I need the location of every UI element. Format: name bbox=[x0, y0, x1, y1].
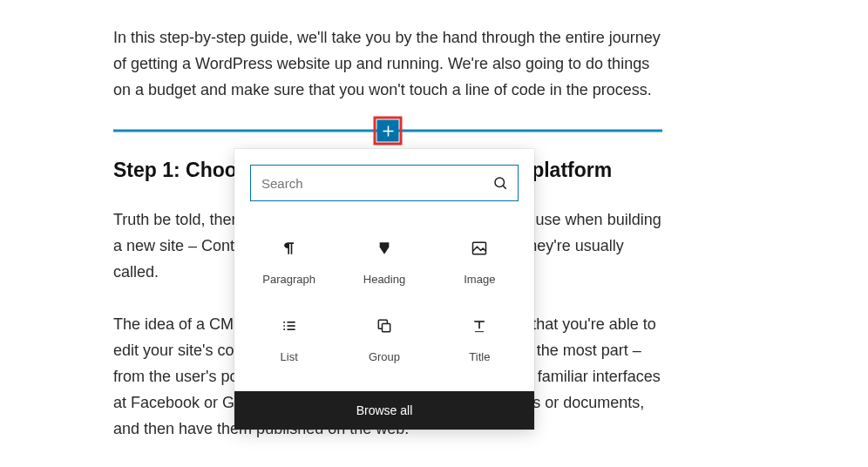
block-inserter-popover: Paragraph Heading Image List Group bbox=[234, 149, 534, 430]
block-separator bbox=[113, 129, 662, 132]
intro-paragraph: In this step-by-step guide, we'll take y… bbox=[113, 24, 662, 103]
paragraph-icon bbox=[281, 236, 298, 261]
list-icon bbox=[281, 314, 298, 338]
block-label: Image bbox=[464, 273, 495, 286]
svg-line-3 bbox=[503, 186, 505, 188]
svg-point-2 bbox=[495, 178, 505, 187]
block-label: Heading bbox=[363, 273, 405, 286]
svg-rect-12 bbox=[382, 324, 390, 332]
plus-icon bbox=[380, 123, 396, 139]
search-icon bbox=[483, 175, 518, 191]
title-icon bbox=[471, 314, 488, 338]
block-type-image[interactable]: Image bbox=[432, 220, 527, 298]
image-icon bbox=[471, 236, 488, 261]
block-label: List bbox=[281, 350, 298, 363]
block-type-heading[interactable]: Heading bbox=[336, 220, 431, 298]
block-type-paragraph[interactable]: Paragraph bbox=[241, 220, 336, 298]
block-type-group[interactable]: Group bbox=[336, 298, 431, 376]
block-type-list[interactable]: List bbox=[241, 298, 336, 376]
inserter-highlight-box bbox=[374, 117, 403, 146]
group-icon bbox=[376, 314, 393, 338]
block-types-grid: Paragraph Heading Image List Group bbox=[234, 210, 534, 391]
block-label: Paragraph bbox=[262, 273, 315, 286]
search-field-wrapper bbox=[250, 165, 519, 201]
add-block-button[interactable] bbox=[377, 120, 399, 142]
block-label: Group bbox=[369, 350, 400, 363]
block-label: Title bbox=[469, 350, 490, 363]
heading-icon bbox=[377, 236, 391, 261]
search-input[interactable] bbox=[251, 176, 483, 191]
block-type-title[interactable]: Title bbox=[432, 298, 527, 376]
browse-all-button[interactable]: Browse all bbox=[234, 391, 534, 430]
